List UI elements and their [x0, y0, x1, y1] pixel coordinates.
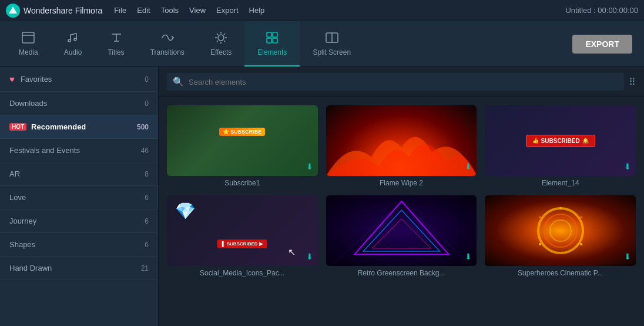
menu-edit[interactable]: Edit [137, 6, 150, 15]
element-label-element-14: Element_14 [485, 179, 636, 187]
element-card-subscribe1[interactable]: ⭐SUBSCRIBE ⬇ Subscribe1 [167, 105, 318, 187]
menu-bar: Wondershare Filmora File Edit Tools View… [0, 0, 644, 21]
svg-point-18 [550, 220, 571, 241]
app-logo: Wondershare Filmora [6, 4, 102, 18]
search-bar: 🔍 ⠿ [159, 67, 644, 97]
sidebar-collapse-arrow[interactable]: ◀ [157, 185, 159, 208]
svg-rect-6 [273, 32, 277, 37]
svg-rect-8 [273, 38, 277, 43]
sidebar-item-count: 6 [145, 217, 149, 225]
subscribed-badge: 👍SUBSCRIBED🔔 [526, 135, 595, 147]
tool-titles[interactable]: Titles [95, 21, 137, 66]
element-card-element-14[interactable]: 👍SUBSCRIBED🔔 ⬇ Element_14 [485, 105, 636, 187]
menu-export[interactable]: Export [216, 6, 239, 15]
sidebar-item-count: 0 [145, 75, 149, 84]
download-icon: ⬇ [465, 252, 472, 261]
menu-file[interactable]: File [114, 6, 126, 15]
sidebar-item-label: Shapes [9, 240, 145, 249]
download-icon: ⬇ [624, 252, 631, 261]
element-thumb-social-media: 💎 ▌ SUBSCRIBED ▶ ↖ ⬇ [167, 195, 318, 266]
element-label-flame-wipe-2: Flame Wipe 2 [326, 179, 477, 187]
element-thumb-subscribe1: ⭐SUBSCRIBE ⬇ [167, 105, 318, 176]
element-card-social-media[interactable]: 💎 ▌ SUBSCRIBED ▶ ↖ ⬇ Social_Media_Icons_… [167, 195, 318, 277]
download-icon: ⬇ [306, 252, 313, 261]
svg-line-15 [401, 201, 472, 266]
tool-elements[interactable]: Elements [244, 21, 300, 66]
download-icon: ⬇ [624, 162, 631, 171]
sidebar-item-count: 0 [145, 99, 149, 108]
element-card-flame-wipe-2[interactable]: ⬇ Flame Wipe 2 [326, 105, 477, 187]
sidebar-item-label: Favorites [21, 75, 145, 84]
download-icon: ⬇ [306, 162, 313, 171]
app-logo-icon [6, 4, 20, 18]
sidebar-item-love[interactable]: Love 6 [0, 186, 158, 209]
sidebar-item-count: 500 [137, 123, 149, 131]
sidebar-item-downloads[interactable]: Downloads 0 [0, 92, 158, 115]
search-input[interactable] [189, 78, 618, 87]
tool-split-screen[interactable]: Split Screen [300, 21, 364, 66]
sidebar-item-label: Festivals and Events [9, 146, 141, 155]
tool-media[interactable]: Media [6, 21, 51, 66]
svg-point-16 [538, 208, 583, 253]
element-thumb-flame-wipe-2: ⬇ [326, 105, 477, 176]
element-card-superheroes[interactable]: ⬇ Superheroes Cinematic P... [485, 195, 636, 277]
svg-marker-11 [354, 201, 448, 254]
svg-rect-7 [267, 38, 271, 43]
svg-point-3 [74, 38, 76, 41]
menu-items: File Edit Tools View Export Help [114, 6, 264, 15]
subscribe-badge: ⭐SUBSCRIBE [219, 128, 265, 136]
svg-marker-0 [9, 6, 17, 14]
element-thumb-element-14: 👍SUBSCRIBED🔔 ⬇ [485, 105, 636, 176]
export-button[interactable]: EXPORT [572, 35, 632, 54]
search-box: 🔍 [167, 73, 624, 91]
sidebar-item-count: 6 [145, 241, 149, 249]
download-icon: ⬇ [465, 162, 472, 171]
svg-marker-13 [372, 219, 431, 248]
right-panel: 🔍 ⠿ ⭐SUBSCRIBE ⬇ [159, 67, 644, 326]
element-thumb-superheroes: ⬇ [485, 195, 636, 266]
menu-view[interactable]: View [189, 6, 206, 15]
heart-icon: ♥ [9, 74, 15, 84]
svg-line-14 [331, 201, 401, 266]
svg-point-4 [218, 35, 224, 41]
grid-view-icon[interactable]: ⠿ [629, 76, 636, 88]
tool-transitions[interactable]: Transitions [137, 21, 197, 66]
sidebar-item-label: Journey [9, 217, 145, 225]
sidebar-item-ar[interactable]: AR 8 [0, 162, 158, 186]
sidebar-item-recommended[interactable]: HOT Recommended 500 [0, 115, 158, 139]
svg-point-2 [68, 39, 71, 42]
search-icon: 🔍 [173, 76, 184, 87]
sidebar-item-count: 8 [145, 170, 149, 178]
element-label-superheroes: Superheroes Cinematic P... [485, 269, 636, 277]
svg-point-22 [559, 252, 561, 254]
sidebar-item-journey[interactable]: Journey 6 [0, 209, 158, 233]
svg-point-20 [580, 217, 582, 218]
menu-tools[interactable]: Tools [161, 6, 179, 15]
sidebar-item-label: Love [9, 193, 145, 202]
elements-grid: ⭐SUBSCRIBE ⬇ Subscribe1 [159, 97, 644, 326]
svg-rect-1 [22, 32, 34, 43]
tool-effects[interactable]: Effects [197, 21, 244, 66]
sidebar-item-shapes[interactable]: Shapes 6 [0, 233, 158, 257]
element-label-retro-greenscreen: Retro Greenscreen Backg... [326, 269, 477, 277]
gem-icon: 💎 [175, 201, 196, 221]
hot-badge: HOT [9, 123, 26, 131]
element-card-retro-greenscreen[interactable]: ⬇ Retro Greenscreen Backg... [326, 195, 477, 277]
toolbar-right: EXPORT [572, 21, 638, 66]
sidebar-item-count: 21 [141, 264, 149, 272]
window-title: Untitled : 00:00:00:00 [565, 6, 638, 15]
element-label-social-media: Social_Media_Icons_Pac... [167, 269, 318, 277]
svg-point-21 [580, 243, 582, 245]
sidebar-item-festivals[interactable]: Festivals and Events 46 [0, 139, 158, 162]
menu-help[interactable]: Help [249, 6, 265, 15]
svg-point-24 [539, 217, 541, 218]
element-label-subscribe1: Subscribe1 [167, 179, 318, 187]
sidebar: ♥ Favorites 0 Downloads 0 HOT Recommende… [0, 67, 159, 326]
sidebar-item-label: Downloads [9, 99, 145, 108]
main-content: ♥ Favorites 0 Downloads 0 HOT Recommende… [0, 67, 644, 326]
sidebar-item-hand-drawn[interactable]: Hand Drawn 21 [0, 257, 158, 280]
app-name: Wondershare Filmora [24, 6, 102, 15]
tool-audio[interactable]: Audio [51, 21, 95, 66]
toolbar: Media Audio Titles Transitions Effects [0, 21, 644, 67]
sidebar-item-favorites[interactable]: ♥ Favorites 0 [0, 67, 158, 92]
